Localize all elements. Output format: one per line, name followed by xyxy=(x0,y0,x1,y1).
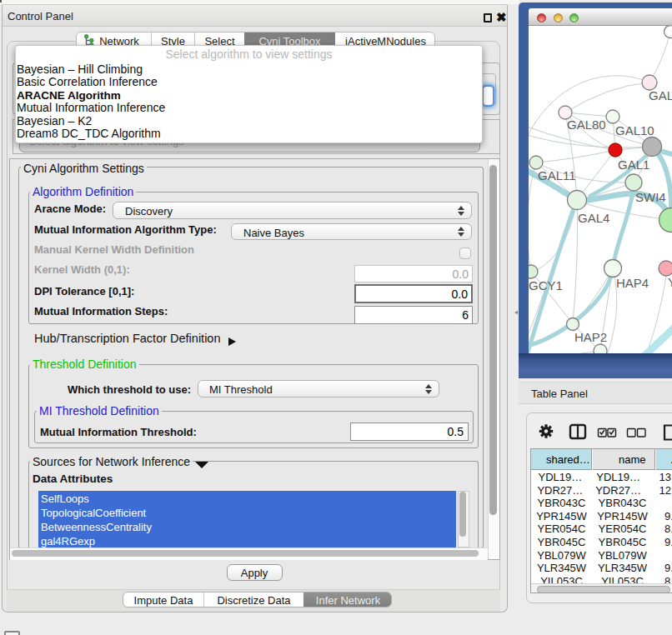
svg-text:GAL10: GAL10 xyxy=(615,123,654,138)
svg-text:GAL1: GAL1 xyxy=(618,158,649,172)
svg-text:HAP4: HAP4 xyxy=(616,276,649,290)
svg-text:HAP2: HAP2 xyxy=(574,330,607,344)
svg-text:GAL4: GAL4 xyxy=(578,211,609,225)
svg-text:GCY1: GCY1 xyxy=(529,278,563,292)
svg-text:YB: YB xyxy=(668,275,672,289)
svg-text:GAL11: GAL11 xyxy=(538,168,576,182)
svg-text:GAL2: GAL2 xyxy=(649,88,672,102)
svg-text:SWI4: SWI4 xyxy=(635,190,666,204)
svg-text:GAL80: GAL80 xyxy=(567,118,606,132)
